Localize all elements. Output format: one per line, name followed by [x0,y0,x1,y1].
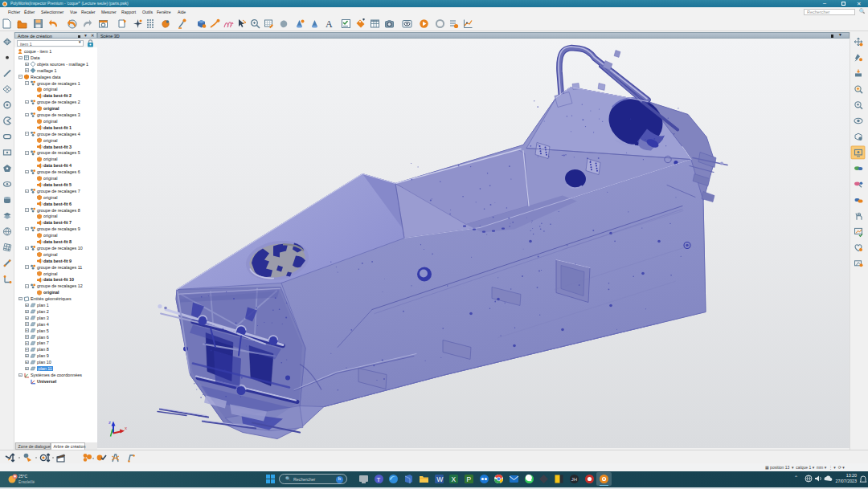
svg-text:W: W [436,475,443,483]
svg-text:A: A [326,18,333,30]
svg-text:JH: JH [571,477,577,482]
svg-text:z: z [108,419,111,424]
svg-text:x: x [125,425,127,430]
svg-text:X: X [452,475,457,483]
svg-text:T: T [376,475,380,483]
svg-text:P: P [466,475,471,483]
